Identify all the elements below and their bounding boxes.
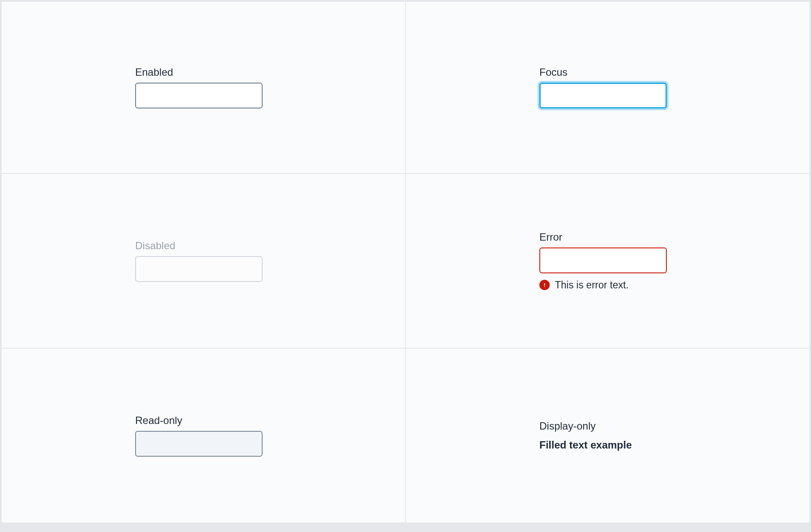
label-enabled: Enabled	[135, 66, 263, 78]
svg-rect-1	[544, 283, 545, 285]
field-error: Error This is error text.	[539, 231, 667, 291]
error-icon	[539, 280, 550, 290]
input-readonly	[135, 431, 263, 457]
cell-focus: Focus	[406, 2, 809, 173]
field-disabled: Disabled	[135, 240, 263, 282]
input-error[interactable]	[539, 247, 667, 273]
cell-error: Error This is error text.	[406, 174, 809, 348]
field-enabled: Enabled	[135, 66, 263, 108]
cell-enabled: Enabled	[2, 2, 405, 173]
cell-readonly: Read-only	[2, 349, 405, 523]
svg-point-2	[544, 286, 545, 287]
label-error: Error	[539, 231, 667, 243]
label-disabled: Disabled	[135, 240, 263, 252]
cell-disabled: Disabled	[2, 174, 405, 348]
error-text: This is error text.	[555, 279, 628, 291]
field-focus: Focus	[539, 66, 667, 108]
label-focus: Focus	[539, 66, 667, 78]
input-disabled	[135, 256, 263, 282]
display-value: Filled text example	[539, 439, 632, 451]
field-readonly: Read-only	[135, 414, 263, 457]
input-focus[interactable]	[539, 83, 667, 108]
label-readonly: Read-only	[135, 414, 263, 427]
input-enabled[interactable]	[135, 83, 263, 108]
label-display: Display-only	[539, 420, 632, 432]
field-display: Display-only Filled text example	[539, 420, 632, 451]
error-message-row: This is error text.	[539, 279, 667, 291]
cell-display: Display-only Filled text example	[406, 349, 809, 523]
states-grid: Enabled Focus Disabled Error This is err…	[0, 0, 811, 532]
